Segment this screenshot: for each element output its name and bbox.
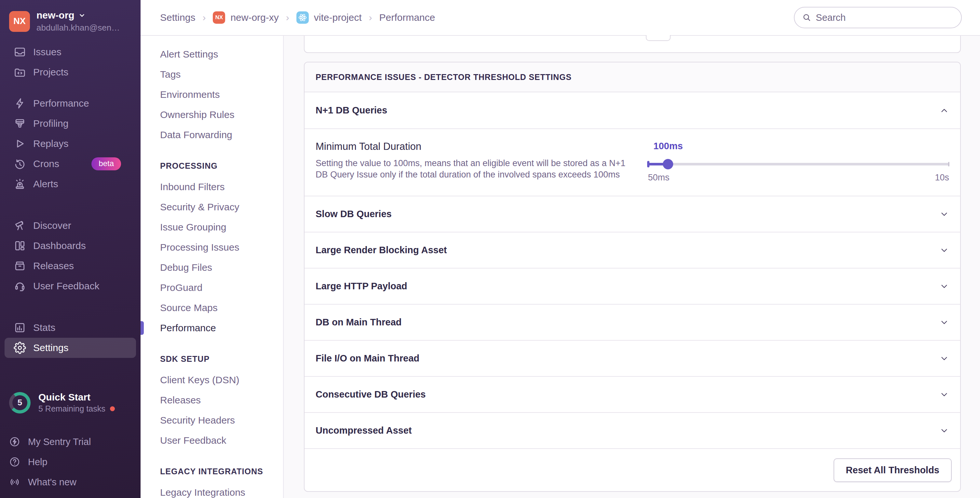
sidebar-item-profiling[interactable]: Profiling xyxy=(5,113,136,133)
quick-start[interactable]: 5 Quick Start 5 Remaining tasks xyxy=(0,392,140,414)
settings-nav-releases[interactable]: Releases xyxy=(160,390,283,410)
search-input[interactable] xyxy=(816,12,953,23)
trial-icon xyxy=(9,436,20,447)
sidebar-item-crons[interactable]: Crons beta xyxy=(5,154,136,174)
chevron-down-icon xyxy=(939,246,949,255)
accordion-row-large-render-blocking-asset[interactable]: Large Render Blocking Asset xyxy=(305,232,960,268)
accordion-row-db-on-main-thread[interactable]: DB on Main Thread xyxy=(305,304,960,340)
sidebar-item-label: Dashboards xyxy=(33,240,86,251)
accordion-row-n1-db-queries[interactable]: N+1 DB Queries xyxy=(305,92,960,128)
threshold-name: Minimum Total Duration xyxy=(316,141,635,152)
releases-icon xyxy=(14,260,26,272)
breadcrumb: Settings › NX new-org-xy › vite-project … xyxy=(160,11,435,24)
user-feedback-icon xyxy=(14,280,26,292)
stats-icon xyxy=(14,322,26,334)
sidebar-item-whats-new[interactable]: What's new xyxy=(0,472,140,492)
alerts-icon xyxy=(14,178,26,190)
breadcrumb-project[interactable]: vite-project xyxy=(296,11,362,24)
search-box[interactable] xyxy=(794,7,962,28)
sidebar-item-my-sentry-trial[interactable]: My Sentry Trial xyxy=(0,432,140,452)
slider-value-label: 100ms xyxy=(653,141,682,151)
settings-nav-client-keys[interactable]: Client Keys (DSN) xyxy=(160,370,283,390)
accordion-row-consecutive-db-queries[interactable]: Consecutive DB Queries xyxy=(305,376,960,412)
threshold-description: Setting the value to 100ms, means that a… xyxy=(316,158,635,181)
sidebar-item-label: Profiling xyxy=(33,118,68,129)
settings-nav-proguard[interactable]: ProGuard xyxy=(160,278,283,298)
accordion-row-label: File I/O on Main Thread xyxy=(316,353,419,364)
breadcrumb-settings[interactable]: Settings xyxy=(160,12,195,23)
accordion-row-file-io-on-main-thread[interactable]: File I/O on Main Thread xyxy=(305,340,960,376)
chevron-down-icon xyxy=(939,354,949,363)
dashboards-icon xyxy=(14,239,26,252)
reset-all-thresholds-button[interactable]: Reset All Thresholds xyxy=(834,458,952,482)
org-name: new-org xyxy=(37,10,75,21)
top-bar: Settings › NX new-org-xy › vite-project … xyxy=(140,0,980,36)
sidebar-item-performance[interactable]: Performance xyxy=(5,93,136,113)
discover-icon xyxy=(14,219,26,232)
settings-nav-processing-issues[interactable]: Processing Issues xyxy=(160,237,283,257)
profiling-icon xyxy=(14,117,26,130)
scrolled-card-bottom xyxy=(304,36,961,53)
quick-start-subtitle: 5 Remaining tasks xyxy=(38,404,105,414)
slider-end-tick xyxy=(948,162,950,167)
settings-nav-header-legacy: LEGACY INTEGRATIONS xyxy=(160,463,283,479)
sidebar-item-issues[interactable]: Issues xyxy=(5,42,136,62)
sidebar-item-releases[interactable]: Releases xyxy=(5,256,136,276)
accordion-row-slow-db-queries[interactable]: Slow DB Queries xyxy=(305,196,960,232)
sidebar-item-help[interactable]: Help xyxy=(0,452,140,472)
settings-nav-legacy-integrations[interactable]: Legacy Integrations xyxy=(160,482,283,498)
settings-nav-inbound-filters[interactable]: Inbound Filters xyxy=(160,177,283,197)
whats-new-icon xyxy=(9,477,20,488)
settings-nav-source-maps[interactable]: Source Maps xyxy=(160,298,283,318)
settings-nav-issue-grouping[interactable]: Issue Grouping xyxy=(160,217,283,237)
settings-nav-data-forwarding[interactable]: Data Forwarding xyxy=(160,125,283,145)
chevron-down-icon xyxy=(939,209,949,219)
sidebar-item-alerts[interactable]: Alerts xyxy=(5,174,136,194)
sidebar-item-stats[interactable]: Stats xyxy=(5,317,136,338)
sidebar-item-label: Performance xyxy=(33,98,89,109)
settings-nav-environments[interactable]: Environments xyxy=(160,84,283,105)
react-icon xyxy=(296,11,309,24)
sidebar-item-projects[interactable]: Projects xyxy=(5,62,136,82)
org-email: abdullah.khan@sen… xyxy=(37,23,120,33)
settings-nav-performance[interactable]: Performance xyxy=(160,318,283,338)
sidebar-item-settings[interactable]: Settings xyxy=(5,338,136,358)
settings-nav-header-sdk-setup: SDK SETUP xyxy=(160,351,283,367)
slider-track[interactable] xyxy=(648,163,949,165)
settings-nav-security-headers[interactable]: Security Headers xyxy=(160,410,283,430)
settings-nav-security-privacy[interactable]: Security & Privacy xyxy=(160,197,283,217)
sidebar-item-label: Settings xyxy=(33,342,68,353)
org-switcher[interactable]: NX new-org abdullah.khan@sen… xyxy=(0,0,140,40)
sidebar-item-label: Alerts xyxy=(33,178,58,190)
sidebar-item-label: Releases xyxy=(33,260,74,271)
sidebar-item-user-feedback[interactable]: User Feedback xyxy=(5,276,136,296)
breadcrumb-current-page: Performance xyxy=(379,12,435,23)
footer-item-label: Help xyxy=(28,457,48,468)
footer-item-label: My Sentry Trial xyxy=(28,436,91,447)
sidebar-item-dashboards[interactable]: Dashboards xyxy=(5,236,136,256)
sidebar-item-label: Projects xyxy=(33,67,68,78)
chevron-down-icon xyxy=(939,317,949,327)
sidebar-item-discover[interactable]: Discover xyxy=(5,216,136,236)
slider-thumb[interactable] xyxy=(663,159,673,170)
breadcrumb-separator: › xyxy=(286,12,289,23)
quick-start-title: Quick Start xyxy=(38,392,115,403)
accordion-row-uncompressed-asset[interactable]: Uncompressed Asset xyxy=(305,412,960,448)
sidebar-item-label: Crons xyxy=(33,158,59,170)
breadcrumb-separator: › xyxy=(202,12,206,23)
sidebar-item-replays[interactable]: Replays xyxy=(5,133,136,154)
breadcrumb-separator: › xyxy=(369,12,372,23)
settings-nav-ownership-rules[interactable]: Ownership Rules xyxy=(160,105,283,125)
accordion-row-large-http-payload[interactable]: Large HTTP Payload xyxy=(305,268,960,304)
settings-nav-debug-files[interactable]: Debug Files xyxy=(160,257,283,278)
quick-start-count: 5 xyxy=(12,395,27,410)
search-icon xyxy=(802,13,811,22)
accordion-row-label: Large Render Blocking Asset xyxy=(316,245,447,255)
breadcrumb-org[interactable]: NX new-org-xy xyxy=(213,11,278,24)
scrolled-button-remnant[interactable] xyxy=(646,35,671,41)
settings-nav-user-feedback[interactable]: User Feedback xyxy=(160,430,283,450)
settings-nav-alert-settings[interactable]: Alert Settings xyxy=(160,44,283,64)
chevron-down-icon xyxy=(78,11,86,19)
settings-nav-tags[interactable]: Tags xyxy=(160,64,283,84)
accordion-rows: Slow DB Queries Large Render Blocking As… xyxy=(305,196,960,448)
